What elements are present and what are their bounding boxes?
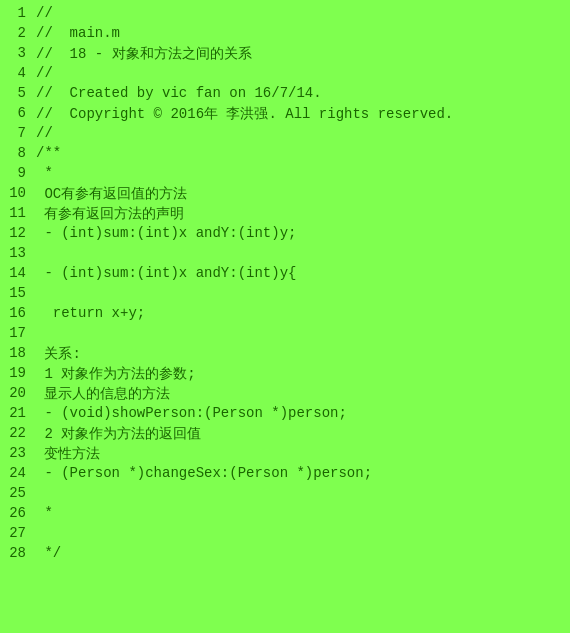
code-line: 26 * [0,504,570,524]
line-content: - (Person *)changeSex:(Person *)person; [36,465,372,481]
line-number: 19 [0,365,36,381]
code-line: 8/** [0,144,570,164]
code-line: 17 [0,324,570,344]
line-content: * [36,505,53,521]
line-number: 20 [0,385,36,401]
line-content: - (void)showPerson:(Person *)person; [36,405,347,421]
code-line: 11 有参有返回方法的声明 [0,204,570,224]
line-number: 9 [0,165,36,181]
code-line: 10 OC有参有返回值的方法 [0,184,570,204]
line-number: 26 [0,505,36,521]
line-number: 10 [0,185,36,201]
line-content: // [36,125,53,141]
code-line: 5// Created by vic fan on 16/7/14. [0,84,570,104]
line-number: 16 [0,305,36,321]
code-line: 4// [0,64,570,84]
line-number: 8 [0,145,36,161]
line-number: 13 [0,245,36,261]
line-number: 17 [0,325,36,341]
code-line: 15 [0,284,570,304]
line-number: 11 [0,205,36,221]
line-number: 21 [0,405,36,421]
line-content: - (int)sum:(int)x andY:(int)y; [36,225,296,241]
code-line: 23 变性方法 [0,444,570,464]
line-number: 22 [0,425,36,441]
code-line: 19 1 对象作为方法的参数; [0,364,570,384]
line-number: 14 [0,265,36,281]
line-number: 25 [0,485,36,501]
line-content: */ [36,545,61,561]
code-line: 21 - (void)showPerson:(Person *)person; [0,404,570,424]
line-content: // Copyright © 2016年 李洪强. All rights res… [36,105,453,123]
code-line: 24 - (Person *)changeSex:(Person *)perso… [0,464,570,484]
code-line: 9 * [0,164,570,184]
line-content: * [36,165,53,181]
line-number: 3 [0,45,36,61]
line-content: // 18 - 对象和方法之间的关系 [36,45,252,63]
code-line: 3// 18 - 对象和方法之间的关系 [0,44,570,64]
line-number: 12 [0,225,36,241]
code-line: 18 关系: [0,344,570,364]
code-line: 28 */ [0,544,570,564]
line-content: // Created by vic fan on 16/7/14. [36,85,322,101]
line-number: 5 [0,85,36,101]
line-number: 7 [0,125,36,141]
code-line: 6// Copyright © 2016年 李洪强. All rights re… [0,104,570,124]
code-line: 13 [0,244,570,264]
line-content: 变性方法 [36,445,100,463]
line-number: 28 [0,545,36,561]
code-line: 22 2 对象作为方法的返回值 [0,424,570,444]
code-line: 16 return x+y; [0,304,570,324]
line-number: 1 [0,5,36,21]
line-content: // main.m [36,25,120,41]
code-editor: 1//2// main.m3// 18 - 对象和方法之间的关系4//5// C… [0,0,570,633]
line-number: 4 [0,65,36,81]
line-content: /** [36,145,61,161]
line-content: 2 对象作为方法的返回值 [36,425,201,443]
code-line: 7// [0,124,570,144]
line-number: 27 [0,525,36,541]
line-content: OC有参有返回值的方法 [36,185,187,203]
code-line: 20 显示人的信息的方法 [0,384,570,404]
line-content: 有参有返回方法的声明 [36,205,184,223]
line-content: - (int)sum:(int)x andY:(int)y{ [36,265,296,281]
code-line: 2// main.m [0,24,570,44]
line-number: 23 [0,445,36,461]
code-line: 27 [0,524,570,544]
code-line: 25 [0,484,570,504]
line-content: return x+y; [36,305,145,321]
line-content: 1 对象作为方法的参数; [36,365,196,383]
code-line: 1// [0,4,570,24]
line-content: // [36,5,53,21]
line-content: 关系: [36,345,81,363]
line-number: 2 [0,25,36,41]
line-number: 24 [0,465,36,481]
code-line: 12 - (int)sum:(int)x andY:(int)y; [0,224,570,244]
line-number: 6 [0,105,36,121]
line-number: 18 [0,345,36,361]
line-content: 显示人的信息的方法 [36,385,170,403]
code-line: 14 - (int)sum:(int)x andY:(int)y{ [0,264,570,284]
line-content: // [36,65,53,81]
line-number: 15 [0,285,36,301]
